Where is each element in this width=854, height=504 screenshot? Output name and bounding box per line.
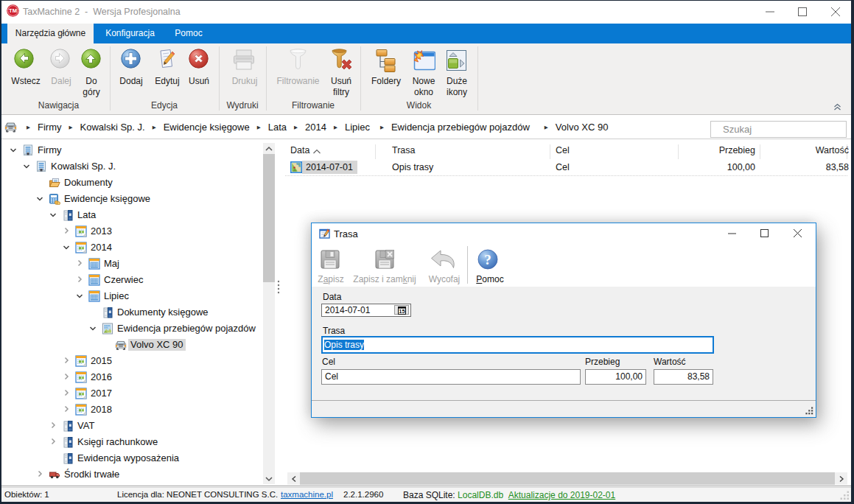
svg-text:?: ? — [484, 252, 491, 267]
svg-text:TM: TM — [9, 7, 17, 14]
svg-text:15: 15 — [399, 308, 405, 315]
